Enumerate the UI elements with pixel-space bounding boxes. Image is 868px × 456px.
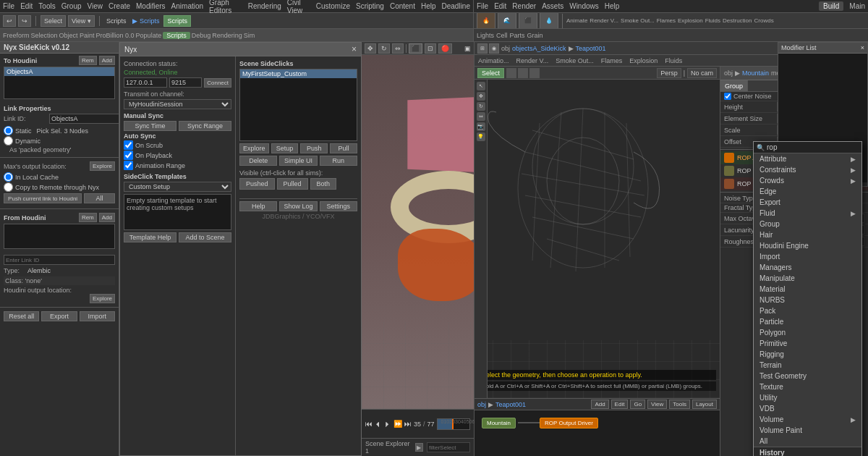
- ctx-primitive[interactable]: Primitive: [754, 338, 861, 349]
- node-tools-btn[interactable]: Tools: [669, 400, 690, 409]
- blender-view-btn[interactable]: View ▾: [68, 15, 95, 27]
- blender-civilview-menu[interactable]: Civil View: [287, 0, 310, 14]
- houdini-view-icon-3[interactable]: [529, 68, 540, 78]
- h-icon-camera[interactable]: 📷: [477, 122, 485, 131]
- workspace-tab-rendering[interactable]: Rendering: [212, 32, 242, 39]
- h-icon-select[interactable]: ↖: [477, 82, 485, 90]
- timeline-next-btn[interactable]: ⏩: [393, 420, 402, 428]
- workspace-tab-scripts[interactable]: Scripts: [163, 32, 190, 39]
- export-btn[interactable]: Export: [41, 311, 77, 321]
- scene-explorer-toggle[interactable]: ▶: [415, 443, 423, 452]
- ctx-all[interactable]: All: [754, 436, 861, 447]
- ctx-import[interactable]: Import: [754, 251, 861, 262]
- shelf-explosion-tab[interactable]: Explosion: [678, 17, 703, 24]
- timeline-prev-btn[interactable]: ⏴: [375, 420, 382, 428]
- houdini-tab-render[interactable]: Render V...: [513, 57, 553, 64]
- houdini-assets-menu[interactable]: Assets: [542, 2, 563, 10]
- houdini-icon-1[interactable]: ⊞: [477, 43, 488, 54]
- houdini-toolbar-lights[interactable]: Lights: [477, 32, 494, 39]
- h-icon-move[interactable]: ✥: [477, 92, 485, 101]
- houdini-toolbar-grain[interactable]: Grain: [527, 32, 543, 39]
- shelf-destruction-tab[interactable]: Destruction: [723, 17, 752, 24]
- show-log-btn[interactable]: Show Log: [279, 201, 317, 211]
- scene-pull-btn[interactable]: Pull: [330, 143, 357, 153]
- ctx-houdini-engine[interactable]: Houdini Engine: [754, 240, 861, 251]
- outgoing-rem-btn[interactable]: Rem: [79, 56, 97, 65]
- shelf-fluids-tab[interactable]: Fluids: [705, 17, 720, 24]
- ctx-crowds[interactable]: Crowds ▶: [754, 175, 861, 186]
- max-explore-btn[interactable]: Explore: [90, 161, 115, 171]
- houdini-render-menu[interactable]: Render: [512, 2, 536, 10]
- ctx-rigging[interactable]: Rigging: [754, 349, 861, 360]
- both-btn[interactable]: Both: [310, 178, 337, 190]
- scripts-active-tab[interactable]: ▶ Scripts: [130, 17, 161, 25]
- ctx-vdb[interactable]: VDB: [754, 403, 861, 414]
- ctx-manipulate[interactable]: Manipulate: [754, 273, 861, 284]
- h-icon-light[interactable]: 💡: [477, 132, 485, 141]
- pushed-btn[interactable]: Pushed: [239, 178, 275, 190]
- sync-range-btn[interactable]: Sync Range: [179, 121, 231, 131]
- static-radio[interactable]: [4, 126, 13, 135]
- houdini-help-menu[interactable]: Help: [605, 2, 620, 10]
- ctx-texture[interactable]: Texture: [754, 381, 861, 392]
- add-to-scene-btn[interactable]: Add to Scene: [179, 232, 231, 242]
- blender-scripting-menu[interactable]: Scripting: [356, 2, 384, 10]
- houdini-explore-btn[interactable]: Explore: [90, 294, 115, 303]
- workspace-tab-selection[interactable]: Selection: [31, 32, 58, 39]
- push-link-btn[interactable]: Push current link to Houdni: [4, 193, 82, 203]
- shelf-cloth[interactable]: 🌊: [498, 13, 516, 28]
- scripts-btn[interactable]: Scripts: [163, 15, 191, 27]
- blender-select-btn[interactable]: Select: [41, 15, 66, 27]
- h-icon-scale[interactable]: ⇔: [477, 112, 485, 121]
- blender-deadline-menu[interactable]: Deadline: [442, 2, 470, 10]
- workspace-tab-objectpaint[interactable]: Object Paint: [59, 32, 95, 39]
- houdini-file-menu[interactable]: File: [477, 2, 488, 10]
- ctx-test-geometry[interactable]: Test Geometry: [754, 371, 861, 381]
- template-select[interactable]: Custom Setup: [124, 182, 231, 192]
- node-add-btn[interactable]: Add: [591, 400, 608, 409]
- modifier-list-close[interactable]: ×: [861, 44, 864, 51]
- connect-btn[interactable]: Connect: [204, 78, 231, 88]
- scene-push-btn[interactable]: Push: [300, 143, 328, 153]
- ctx-polygon[interactable]: Polygon: [754, 327, 861, 338]
- connection-ip-input[interactable]: [124, 77, 167, 88]
- ctx-export[interactable]: Export: [754, 197, 861, 208]
- nyx-close-btn[interactable]: ×: [352, 44, 357, 54]
- houdini-build-tab[interactable]: Build: [819, 1, 843, 11]
- houdini-view-icon-1[interactable]: [506, 68, 516, 78]
- ctx-managers[interactable]: Managers: [754, 262, 861, 273]
- ctx-utility[interactable]: Utility: [754, 392, 861, 403]
- workspace-tab-probillion[interactable]: ProBillion 0.0: [96, 32, 135, 39]
- workspace-tab-populate[interactable]: Populate: [136, 32, 162, 39]
- link-id-input[interactable]: [49, 114, 119, 124]
- persp-btn[interactable]: Persp: [657, 68, 681, 78]
- blender-rendering-menu[interactable]: Rendering: [248, 2, 281, 10]
- node-edit-btn[interactable]: Edit: [611, 400, 629, 409]
- link-id-2-input[interactable]: [4, 255, 115, 265]
- houdini-view-icon-2[interactable]: [518, 68, 528, 78]
- ctx-volume[interactable]: Volume ▶: [754, 414, 861, 425]
- scene-explore-btn[interactable]: Explore: [239, 143, 269, 153]
- workspace-tab-freeform[interactable]: Freeform: [3, 32, 30, 39]
- anim-range-check[interactable]: [124, 161, 133, 170]
- blender-redo-btn[interactable]: ↪: [18, 15, 31, 27]
- vp-solid-btn[interactable]: ⬛: [409, 43, 422, 54]
- shelf-animate-tab[interactable]: Animate: [566, 17, 587, 24]
- houdini-tab-smoke[interactable]: Smoke Out...: [552, 57, 597, 64]
- blender-modifiers-menu[interactable]: Modifiers: [136, 2, 166, 10]
- houdini-edit-menu[interactable]: Edit: [494, 2, 506, 10]
- ctx-nurbs[interactable]: NURBS: [754, 295, 861, 305]
- vp-rotate-btn[interactable]: ↻: [378, 43, 390, 54]
- ctx-constraints[interactable]: Constraints ▶: [754, 164, 861, 175]
- nocam-btn[interactable]: No cam: [687, 68, 717, 78]
- timeline-start-btn[interactable]: ⏮: [365, 420, 373, 428]
- ctx-hair[interactable]: Hair: [754, 229, 861, 240]
- houdini-toolbar-cells[interactable]: Cell: [496, 32, 508, 39]
- blender-undo-btn[interactable]: ↩: [3, 15, 16, 27]
- transmit-channel-select[interactable]: MyHoudiniSession: [124, 99, 231, 109]
- houdini-tab-explosion[interactable]: Explosion: [626, 57, 661, 64]
- from-rem-btn[interactable]: Rem: [79, 213, 97, 222]
- scene-simpleui-btn[interactable]: Simple UI: [279, 156, 317, 166]
- ctx-terrain[interactable]: Terrain: [754, 360, 861, 371]
- vp-move-btn[interactable]: ✥: [365, 43, 376, 54]
